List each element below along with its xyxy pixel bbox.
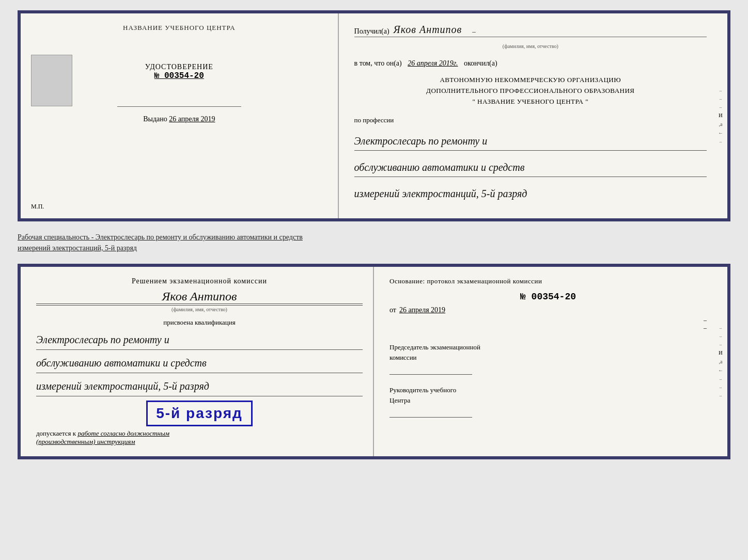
issued-date-value: 26 апреля 2019: [169, 115, 215, 123]
right-side-deco-bottom: – – – И ,а ← – – –: [715, 267, 726, 456]
allowed-prefix: допускается к: [36, 429, 76, 437]
bottom-side-dash1: –: [720, 325, 722, 330]
top-left-panel: НАЗВАНИЕ УЧЕБНОГО ЦЕНТРА УДОСТОВЕРЕНИЕ №…: [21, 13, 339, 218]
cert-text: в том, что он(а): [354, 59, 402, 67]
qual-line3: измерений электростанций, 5-й разряд: [36, 376, 363, 396]
org-line1: АВТОНОМНУЮ НЕКОММЕРЧЕСКУЮ ОРГАНИЗАЦИЮ: [354, 75, 707, 86]
side-dash2: –: [720, 96, 722, 101]
bottom-side-dash6: –: [720, 393, 722, 398]
org-line3: " НАЗВАНИЕ УЧЕБНОГО ЦЕНТРА ": [354, 97, 707, 107]
date-from-label: от: [389, 306, 396, 314]
side-letter-i: И: [719, 113, 723, 118]
bottom-side-dash3: –: [720, 342, 722, 347]
org-block: АВТОНОМНУЮ НЕКОММЕРЧЕСКУЮ ОРГАНИЗАЦИЮ ДО…: [354, 75, 707, 107]
cert-date: 26 апреля 2019г.: [408, 59, 458, 67]
top-document: НАЗВАНИЕ УЧЕБНОГО ЦЕНТРА УДОСТОВЕРЕНИЕ №…: [18, 10, 730, 221]
decision-title: Решением экзаменационной комиссии: [36, 277, 363, 285]
protocol-date-row: от 26 апреля 2019: [389, 306, 707, 314]
side-dash4: –: [720, 139, 722, 144]
qual-line1: Электрослесарь по ремонту и: [36, 330, 363, 350]
bottom-right-panel: Основание: протокол экзаменационной коми…: [374, 267, 727, 456]
profession-line2: обслуживанию автоматики и средств: [354, 158, 707, 177]
right-dash1: –: [389, 316, 707, 324]
bottom-side-arrow: ←: [718, 367, 723, 373]
photo-placeholder: [31, 55, 72, 106]
issued-date: Выдано 26 апреля 2019: [143, 115, 215, 123]
cert-text-row: в том, что он(а) 26 апреля 2019г. окончи…: [354, 59, 707, 68]
finished-label: окончил(а): [464, 59, 497, 67]
chairman-signature-line: [389, 364, 472, 375]
recipient-name: Яков Антипов: [394, 24, 462, 36]
allowed-row: допускается к работе согласно должностны…: [36, 429, 363, 438]
bottom-side-letter-i: И: [719, 350, 723, 356]
side-dash3: –: [720, 104, 722, 109]
bottom-left-panel: Решением экзаменационной комиссии Яков А…: [21, 267, 374, 456]
side-letter-a: ,а: [719, 121, 723, 127]
bottom-document: Решением экзаменационной комиссии Яков А…: [18, 264, 730, 459]
side-dash1: –: [720, 88, 722, 93]
issued-label: Выдано: [143, 115, 167, 123]
profession-label: по профессии: [354, 116, 707, 124]
org-line2: ДОПОЛНИТЕЛЬНОГО ПРОФЕССИОНАЛЬНОГО ОБРАЗО…: [354, 86, 707, 97]
cert-label: УДОСТОВЕРЕНИЕ: [145, 63, 213, 71]
qual-line2: обслуживанию автоматики и средств: [36, 353, 363, 373]
side-arrow: ←: [718, 130, 723, 136]
middle-text-line2: измерений электростанций, 5-й разряд: [18, 244, 137, 252]
fio-sub-top: (фамилия, имя, отчество): [354, 43, 707, 49]
head-signature-line: [389, 407, 472, 418]
rank-badge: 5-й разряд: [146, 401, 253, 426]
cert-number: № 00354-20: [145, 71, 213, 81]
fio-sub-bottom: (фамилия, имя, отчество): [36, 307, 363, 312]
middle-text-line1: Рабочая специальность - Электрослесарь п…: [18, 233, 303, 241]
received-row: Получил(а) Яков Антипов –: [354, 24, 707, 37]
protocol-number: № 00354-20: [389, 292, 707, 302]
protocol-date-value: 26 апреля 2019: [399, 306, 445, 314]
bottom-side-dash4: –: [720, 376, 722, 381]
chairman-title: Председатель экзаменационной комиссии: [389, 342, 707, 362]
right-side-deco: – – – И ,а ← –: [715, 13, 726, 218]
bottom-side-dash5: –: [720, 385, 722, 390]
head-title: Руководитель учебного Центра: [389, 385, 707, 405]
profession-line3: измерений электростанций, 5-й разряд: [354, 184, 707, 203]
top-right-panel: Получил(а) Яков Антипов – (фамилия, имя,…: [339, 13, 727, 218]
rank-badge-container: 5-й разряд: [36, 401, 363, 426]
assigned-label: присвоена квалификация: [36, 318, 363, 327]
middle-label: Рабочая специальность - Электрослесарь п…: [18, 230, 730, 255]
received-label: Получил(а): [354, 27, 389, 36]
mp-label: М.П.: [31, 203, 44, 211]
dash: –: [472, 27, 476, 36]
allowed-value: работе согласно должностным: [77, 429, 169, 437]
right-dash2: –: [389, 324, 707, 332]
bottom-name: Яков Антипов: [36, 290, 363, 304]
profession-line1: Электрослесарь по ремонту и: [354, 132, 707, 151]
top-left-title: НАЗВАНИЕ УЧЕБНОГО ЦЕНТРА: [123, 24, 235, 32]
head-section: Руководитель учебного Центра: [389, 385, 707, 418]
basis-section: Основание: протокол экзаменационной коми…: [389, 277, 707, 285]
chairman-section: Председатель экзаменационной комиссии: [389, 342, 707, 375]
bottom-name-row: Яков Антипов: [36, 290, 363, 306]
bottom-side-letter-a: ,а: [719, 359, 723, 364]
cert-section: УДОСТОВЕРЕНИЕ № 00354-20: [145, 63, 213, 81]
bottom-side-dash2: –: [720, 333, 722, 339]
allowed-value2: (производственным) инструкциям: [36, 438, 363, 446]
